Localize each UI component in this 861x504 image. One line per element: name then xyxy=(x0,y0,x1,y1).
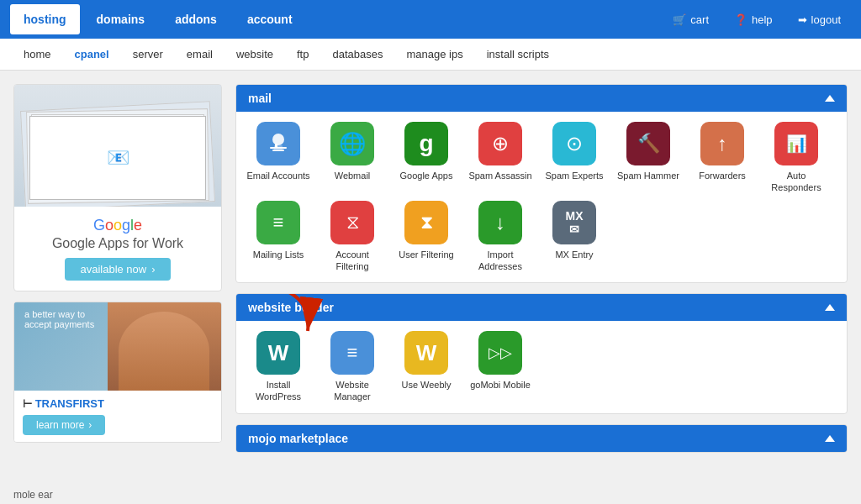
website-manager-label: Website Manager xyxy=(319,379,386,403)
available-now-label: available now xyxy=(80,263,146,276)
nav-hosting[interactable]: hosting xyxy=(10,4,80,34)
nav-addons[interactable]: addons xyxy=(161,4,230,34)
bottom-bar: mole ear xyxy=(0,486,66,504)
forwarders-label: Forwarders xyxy=(699,170,746,181)
spam-assassin-item[interactable]: ⊕ Spam Assassin xyxy=(467,122,534,194)
user-filtering-item[interactable]: ⧗ User Filtering xyxy=(393,201,460,273)
svg-point-0 xyxy=(272,134,284,145)
cart-button[interactable]: 🛒 cart xyxy=(663,7,719,33)
webmail-icon: 🌐 xyxy=(330,122,374,165)
auto-responders-item[interactable]: 📊 Auto Responders xyxy=(763,122,830,194)
help-button[interactable]: ❓ help xyxy=(724,7,783,33)
use-weebly-item[interactable]: W Use Weebly xyxy=(393,331,460,403)
spam-hammer-label: Spam Hammer xyxy=(617,170,679,181)
mx-entry-label: MX Entry xyxy=(555,249,593,260)
spam-experts-item[interactable]: ⊙ Spam Experts xyxy=(541,122,608,194)
help-label: help xyxy=(752,13,773,26)
use-weebly-label: Use Weebly xyxy=(401,379,451,391)
logout-button[interactable]: ➡ logout xyxy=(788,7,851,33)
gomobi-mobile-icon: ▷▷ xyxy=(478,331,522,375)
sidebar: 📧 Google Google Apps for Work available … xyxy=(13,84,222,491)
payments-footer: ⊢ TRANSFIRST learn more › xyxy=(14,391,221,442)
svg-rect-5 xyxy=(274,145,283,151)
help-icon: ❓ xyxy=(734,13,747,26)
email-accounts-label: Email Accounts xyxy=(246,170,309,181)
spam-hammer-icon: 🔨 xyxy=(626,122,670,165)
account-filtering-label: Account Filtering xyxy=(319,249,386,273)
nav-website[interactable]: website xyxy=(226,41,283,67)
website-manager-item[interactable]: ≡ Website Manager xyxy=(319,331,386,403)
nav-ftp[interactable]: ftp xyxy=(287,41,319,67)
mx-entry-icon: MX✉ xyxy=(552,201,596,244)
install-wordpress-icon: W xyxy=(256,331,300,375)
top-nav-left: hosting domains addons account xyxy=(10,4,663,34)
mojo-section: mojo marketplace xyxy=(235,424,848,453)
spam-assassin-label: Spam Assassin xyxy=(468,170,531,181)
spam-hammer-item[interactable]: 🔨 Spam Hammer xyxy=(615,122,682,194)
website-builder-icons-grid: W Install WordPress ≡ Website Ma xyxy=(236,321,847,413)
forwarders-item[interactable]: ↑ Forwarders xyxy=(689,122,756,194)
mojo-section-title: mojo marketplace xyxy=(248,432,348,445)
transfirst-logo: ⊢ TRANSFIRST xyxy=(23,397,213,410)
website-builder-header: website builder xyxy=(236,294,847,321)
nav-home[interactable]: home xyxy=(13,41,61,67)
mail-section-title: mail xyxy=(248,92,272,105)
google-apps-card: 📧 Google Google Apps for Work available … xyxy=(13,84,222,291)
email-accounts-icon xyxy=(256,122,300,165)
mailing-lists-label: Mailing Lists xyxy=(253,249,304,260)
spam-experts-icon: ⊙ xyxy=(552,122,596,165)
payments-image: a better way to accept payments xyxy=(14,302,221,391)
import-addresses-item[interactable]: ↓ Import Addresses xyxy=(467,201,534,273)
cart-label: cart xyxy=(690,13,709,26)
mojo-section-header: mojo marketplace xyxy=(236,425,847,452)
use-weebly-icon: W xyxy=(404,331,448,375)
gomobi-mobile-label: goMobi Mobile xyxy=(470,379,531,391)
gomobi-mobile-item[interactable]: ▷▷ goMobi Mobile xyxy=(467,331,534,403)
paper-stack-decoration: 📧 xyxy=(14,85,221,207)
google-card-content: Google Google Apps for Work available no… xyxy=(14,207,221,291)
nav-account[interactable]: account xyxy=(234,4,306,34)
install-wordpress-item[interactable]: W Install WordPress xyxy=(245,331,312,403)
main-content: 📧 Google Google Apps for Work available … xyxy=(0,71,861,504)
webmail-label: Webmail xyxy=(335,170,371,181)
mail-section: mail xyxy=(235,84,848,283)
payments-card-title: a better way to accept payments xyxy=(24,309,108,329)
google-apps-image: 📧 xyxy=(14,85,221,207)
auto-responders-icon: 📊 xyxy=(774,122,818,165)
nav-email[interactable]: email xyxy=(177,41,223,67)
website-builder-collapse-icon[interactable] xyxy=(825,304,835,311)
available-now-arrow: › xyxy=(151,263,155,276)
cart-icon: 🛒 xyxy=(673,13,686,26)
logout-label: logout xyxy=(811,13,841,26)
webmail-item[interactable]: 🌐 Webmail xyxy=(319,122,386,194)
email-accounts-item[interactable]: Email Accounts xyxy=(245,122,312,194)
nav-manage-ips[interactable]: manage ips xyxy=(396,41,473,67)
spam-assassin-icon: ⊕ xyxy=(478,122,522,165)
google-apps-item[interactable]: g Google Apps xyxy=(393,122,460,194)
learn-more-button[interactable]: learn more › xyxy=(23,415,105,435)
account-filtering-item[interactable]: ⧖ Account Filtering xyxy=(319,201,386,273)
logout-icon: ➡ xyxy=(798,13,807,26)
nav-databases[interactable]: databases xyxy=(322,41,393,67)
mx-entry-item[interactable]: MX✉ MX Entry xyxy=(541,201,608,273)
payments-card: a better way to accept payments ⊢ TRANSF… xyxy=(13,302,222,443)
nav-install-scripts[interactable]: install scripts xyxy=(477,41,559,67)
mailing-lists-icon: ≡ xyxy=(256,201,300,244)
mailing-lists-item[interactable]: ≡ Mailing Lists xyxy=(245,201,312,273)
google-apps-icon: g xyxy=(404,122,448,165)
learn-more-label: learn more xyxy=(36,419,84,431)
nav-domains[interactable]: domains xyxy=(83,4,159,34)
nav-server[interactable]: server xyxy=(123,41,173,67)
user-filtering-label: User Filtering xyxy=(399,249,453,260)
available-now-button[interactable]: available now › xyxy=(65,258,170,281)
mojo-collapse-icon[interactable] xyxy=(825,435,835,442)
auto-responders-label: Auto Responders xyxy=(763,170,830,194)
mail-icons-grid: Email Accounts 🌐 Webmail g Google Apps ⊕… xyxy=(236,112,847,282)
top-nav-right: 🛒 cart ❓ help ➡ logout xyxy=(663,7,851,33)
mail-collapse-icon[interactable] xyxy=(825,95,835,102)
right-content: mail xyxy=(235,84,848,491)
account-filtering-icon: ⧖ xyxy=(330,201,374,244)
nav-cpanel[interactable]: cpanel xyxy=(65,41,119,67)
install-wordpress-label: Install WordPress xyxy=(245,379,312,403)
spam-experts-label: Spam Experts xyxy=(545,170,603,181)
